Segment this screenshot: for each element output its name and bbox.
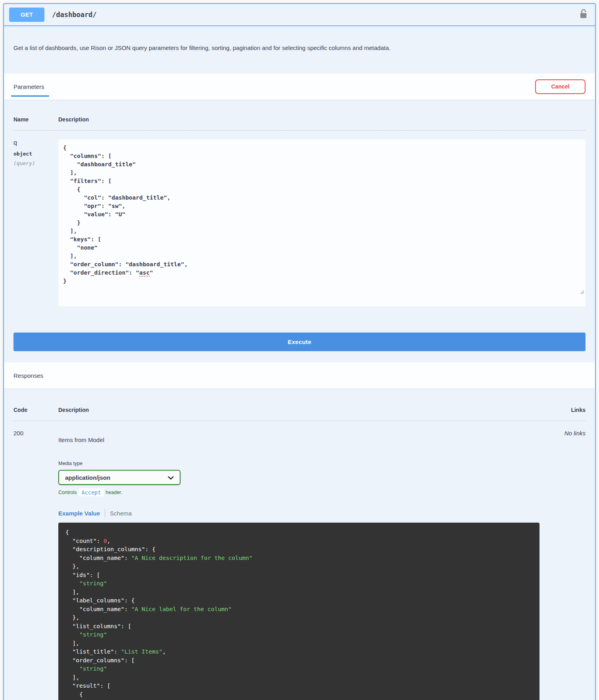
- tab-example-value[interactable]: Example Value: [58, 510, 100, 517]
- cancel-button[interactable]: Cancel: [535, 79, 586, 94]
- parameters-header: Parameters Cancel: [4, 73, 595, 100]
- tab-divider: [105, 509, 105, 517]
- accept-header-link[interactable]: Accept: [79, 488, 104, 496]
- responses-table-header: Code Description Links: [13, 407, 586, 421]
- parameters-title: Parameters: [13, 83, 44, 90]
- links-column-header: Links: [518, 407, 586, 413]
- controls-accept-line: Controls Accept header.: [58, 488, 518, 496]
- example-schema-tabs: Example Value Schema: [58, 509, 518, 517]
- responses-table: Code Description Links 200 Items from Mo…: [4, 388, 595, 700]
- q-parameter-textarea[interactable]: { "columns": [ "dashboard_title" ], "fil…: [58, 139, 586, 306]
- parameters-table-header: Name Description: [13, 116, 586, 131]
- media-type-value: application/json: [65, 474, 110, 481]
- auth-lock-button[interactable]: [580, 9, 588, 21]
- swagger-page: GET /dashboard/ Get a list of dashboards…: [0, 0, 599, 700]
- parameter-name: q: [13, 139, 58, 146]
- parameter-row-q: q object (query) { "columns": [ "dashboa…: [13, 131, 586, 306]
- response-links: No links: [518, 430, 586, 700]
- example-json-code: { "count": 0, "description_columns": { "…: [58, 523, 539, 700]
- parameter-location: (query): [13, 160, 58, 166]
- unlock-icon: [580, 9, 588, 21]
- name-column-header: Name: [13, 116, 58, 123]
- tab-parameters[interactable]: Parameters: [13, 73, 44, 100]
- tab-schema[interactable]: Schema: [110, 510, 132, 517]
- responses-header: Responses: [4, 362, 595, 388]
- controls-prefix: Controls: [58, 490, 77, 495]
- endpoint-path: /dashboard/: [52, 11, 97, 19]
- description-column-header: Description: [58, 116, 586, 123]
- opblock-get-dashboard: GET /dashboard/ Get a list of dashboards…: [3, 3, 596, 700]
- response-description-cell: Items from Model Media type application/…: [58, 430, 518, 700]
- media-type-select[interactable]: application/json: [58, 470, 180, 485]
- chevron-down-icon: [168, 474, 174, 481]
- media-type-label: Media type: [58, 461, 518, 466]
- response-description-column-header: Description: [58, 407, 518, 413]
- parameter-value-cell: { "columns": [ "dashboard_title" ], "fil…: [58, 139, 586, 306]
- execute-wrapper: Execute: [4, 306, 595, 362]
- response-code: 200: [13, 430, 58, 700]
- controls-suffix: header.: [106, 490, 122, 495]
- execute-button[interactable]: Execute: [13, 333, 586, 351]
- code-column-header: Code: [13, 407, 58, 413]
- resize-grip-icon[interactable]: [531, 280, 584, 305]
- parameters-table: Name Description q object (query) { "col…: [4, 100, 595, 306]
- http-method-badge: GET: [9, 8, 44, 22]
- endpoint-summary[interactable]: GET /dashboard/: [4, 4, 595, 26]
- parameter-type: object: [13, 151, 58, 157]
- responses-title: Responses: [13, 372, 43, 379]
- parameter-meta: q object (query): [13, 139, 58, 306]
- response-description: Items from Model: [58, 437, 518, 443]
- endpoint-description: Get a list of dashboards, use Rison or J…: [4, 26, 595, 73]
- response-row-200: 200 Items from Model Media type applicat…: [13, 421, 586, 700]
